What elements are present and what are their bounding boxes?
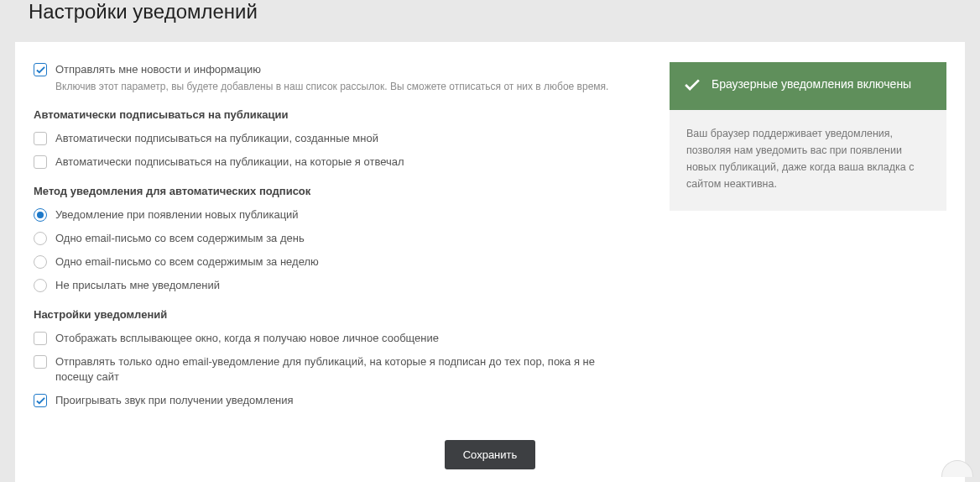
option-popup-pm[interactable]: Отображать всплывающее окно, когда я пол…: [34, 331, 641, 346]
check-icon: [685, 76, 700, 97]
page-title: Настройки уведомлений: [0, 0, 980, 35]
save-button[interactable]: Сохранить: [445, 440, 536, 469]
checkbox-icon[interactable]: [34, 132, 47, 145]
radio-icon[interactable]: [34, 208, 47, 222]
section-title-notif-settings: Настройки уведомлений: [34, 308, 641, 321]
option-play-sound[interactable]: Проигрывать звук при получении уведомлен…: [34, 393, 641, 408]
option-label: Автоматически подписываться на публикаци…: [55, 155, 404, 170]
option-label: Уведомление при появлении новых публикац…: [55, 207, 299, 223]
sidebar: Браузерные уведомления включены Ваш брау…: [670, 62, 946, 211]
option-single-email[interactable]: Отправлять только одно email-уведомление…: [34, 354, 641, 385]
checkbox-icon[interactable]: [34, 63, 47, 76]
settings-panel: Отправлять мне новости и информацию Вклю…: [15, 42, 965, 482]
checkbox-icon[interactable]: [34, 155, 47, 169]
settings-form: Отправлять мне новости и информацию Вклю…: [34, 62, 641, 417]
option-label: Отображать всплывающее окно, когда я пол…: [55, 331, 439, 346]
option-auto-sub-mine[interactable]: Автоматически подписываться на публикаци…: [34, 131, 641, 146]
radio-icon[interactable]: [34, 255, 47, 269]
option-send-news[interactable]: Отправлять мне новости и информацию Вклю…: [34, 62, 641, 93]
radio-icon[interactable]: [34, 279, 47, 292]
banner-text: Браузерные уведомления включены: [712, 76, 911, 92]
section-title-auto-subscribe: Автоматически подписываться на публикаци…: [34, 108, 641, 121]
radio-icon[interactable]: [34, 232, 47, 245]
option-method-daily[interactable]: Одно email-письмо со всем содержимым за …: [34, 231, 641, 246]
checkbox-icon[interactable]: [34, 332, 47, 345]
option-label: Одно email-письмо со всем содержимым за …: [55, 254, 319, 270]
option-method-new-posts[interactable]: Уведомление при появлении новых публикац…: [34, 207, 641, 223]
option-auto-sub-replied[interactable]: Автоматически подписываться на публикаци…: [34, 155, 641, 170]
option-label: Одно email-письмо со всем содержимым за …: [55, 231, 305, 246]
browser-notif-info: Ваш браузер поддерживает уведомления, по…: [670, 110, 946, 211]
option-label: Отправлять только одно email-уведомление…: [55, 354, 626, 385]
option-label: Отправлять мне новости и информацию: [55, 62, 608, 77]
option-label: Не присылать мне уведомлений: [55, 278, 220, 293]
option-label: Проигрывать звук при получении уведомлен…: [55, 393, 294, 408]
section-title-method: Метод уведомления для автоматических под…: [34, 185, 641, 197]
option-method-weekly[interactable]: Одно email-письмо со всем содержимым за …: [34, 254, 641, 270]
checkbox-icon[interactable]: [34, 355, 47, 369]
checkbox-icon[interactable]: [34, 394, 47, 407]
option-method-none[interactable]: Не присылать мне уведомлений: [34, 278, 641, 293]
option-description: Включив этот параметр, вы будете добавле…: [55, 80, 608, 93]
browser-notif-banner: Браузерные уведомления включены: [670, 62, 946, 110]
option-label: Автоматически подписываться на публикаци…: [55, 131, 378, 146]
